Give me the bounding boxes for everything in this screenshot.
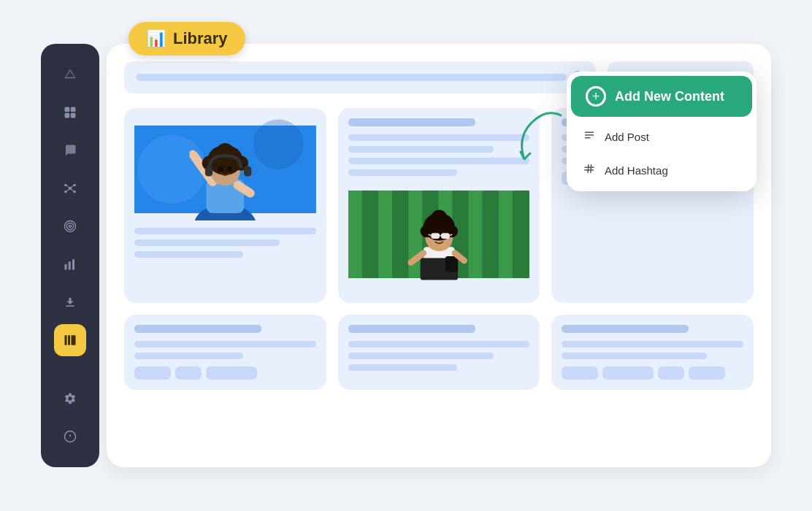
card-line: [562, 341, 743, 347]
svg-rect-22: [72, 335, 76, 345]
svg-line-12: [72, 189, 73, 191]
search-bar[interactable]: [124, 61, 596, 93]
card-line-title: [348, 118, 475, 126]
svg-point-66: [431, 210, 447, 226]
dropdown-header[interactable]: + Add New Content: [571, 76, 752, 117]
sidebar-item-support[interactable]: [54, 420, 86, 453]
svg-point-6: [73, 184, 76, 187]
svg-point-5: [64, 184, 67, 187]
sidebar-item-grid[interactable]: [54, 96, 86, 128]
card-line: [348, 341, 530, 347]
svg-rect-55: [498, 191, 512, 278]
card-6-tags: [562, 366, 743, 380]
tag: [602, 366, 654, 380]
card-line: [348, 169, 457, 176]
sidebar-item-chart[interactable]: [54, 248, 86, 280]
svg-point-43: [189, 150, 196, 156]
post-icon: [583, 128, 596, 145]
add-post-label: Add Post: [605, 131, 649, 143]
scene: 📊 Library: [41, 22, 771, 489]
card-line: [134, 228, 316, 234]
add-hashtag-item[interactable]: Add Hashtag: [571, 153, 752, 187]
svg-point-42: [227, 166, 232, 172]
hashtag-icon: [583, 162, 596, 178]
card-line: [348, 158, 530, 164]
dropdown-header-label: Add New Content: [615, 89, 724, 104]
svg-line-9: [67, 185, 69, 188]
library-badge-label: Library: [173, 29, 228, 48]
svg-rect-47: [378, 191, 392, 278]
card-line: [348, 364, 457, 371]
svg-rect-0: [65, 107, 70, 112]
card-line: [562, 353, 707, 359]
card-1: [124, 108, 326, 303]
search-bar-fill: [136, 74, 567, 81]
svg-rect-39: [205, 166, 212, 177]
tag: [689, 366, 725, 380]
tag: [206, 366, 257, 380]
add-post-item[interactable]: Add Post: [571, 120, 752, 153]
svg-rect-17: [69, 261, 71, 269]
svg-rect-19: [66, 306, 74, 307]
sidebar-item-download[interactable]: [54, 286, 86, 318]
sidebar-item-chat[interactable]: [54, 134, 86, 166]
sidebar-item-navigation[interactable]: [54, 58, 86, 91]
card-4-tags: [134, 366, 316, 380]
svg-point-8: [73, 191, 76, 193]
card-1-image: [134, 118, 316, 220]
svg-rect-1: [71, 107, 76, 112]
card-5: [338, 315, 540, 390]
card-2: [338, 108, 540, 303]
svg-rect-68: [441, 233, 450, 239]
card-line: [348, 146, 494, 153]
library-badge-icon: 📊: [146, 29, 166, 48]
card-line: [348, 134, 530, 141]
svg-point-7: [64, 191, 67, 193]
card-6-lines: [562, 325, 743, 359]
sidebar-item-settings[interactable]: [54, 383, 86, 415]
svg-rect-21: [68, 335, 70, 345]
card-line: [134, 353, 243, 359]
card-line: [134, 251, 243, 258]
sidebar-item-network[interactable]: [54, 172, 86, 204]
svg-point-41: [218, 166, 223, 172]
card-6: [551, 315, 754, 390]
library-badge: 📊 Library: [129, 22, 245, 55]
card-5-lines: [348, 325, 530, 371]
tag: [562, 366, 598, 380]
sidebar-item-library[interactable]: [54, 324, 86, 356]
tag: [134, 366, 171, 380]
svg-rect-56: [513, 191, 527, 278]
svg-rect-48: [393, 191, 407, 278]
add-new-content-icon: +: [586, 86, 606, 107]
tag: [175, 366, 202, 380]
card-line: [134, 341, 316, 347]
svg-rect-67: [431, 233, 440, 239]
card-line: [134, 239, 280, 246]
svg-line-10: [72, 185, 73, 188]
svg-rect-3: [71, 113, 76, 118]
svg-point-29: [253, 119, 304, 169]
svg-rect-59: [445, 256, 458, 272]
sidebar-item-target[interactable]: [54, 210, 86, 242]
card-line: [348, 353, 494, 359]
svg-rect-16: [65, 264, 67, 270]
add-new-content-dropdown: + Add New Content Add Post Add Hashtag: [567, 72, 757, 191]
svg-rect-2: [65, 113, 70, 118]
svg-rect-20: [65, 335, 67, 345]
card-line-title: [134, 325, 261, 333]
card-2-lines: [348, 118, 530, 176]
card-4: [124, 315, 326, 390]
svg-point-28: [137, 135, 206, 204]
svg-rect-40: [244, 166, 251, 177]
svg-point-38: [216, 143, 234, 161]
svg-rect-46: [363, 191, 377, 278]
svg-rect-53: [468, 191, 482, 278]
card-1-lines: [134, 228, 316, 258]
card-2-image: [348, 183, 530, 285]
card-line-title: [562, 325, 689, 333]
card-4-lines: [134, 325, 316, 359]
svg-line-11: [67, 189, 69, 191]
svg-point-14: [67, 223, 74, 230]
tag: [658, 366, 684, 380]
